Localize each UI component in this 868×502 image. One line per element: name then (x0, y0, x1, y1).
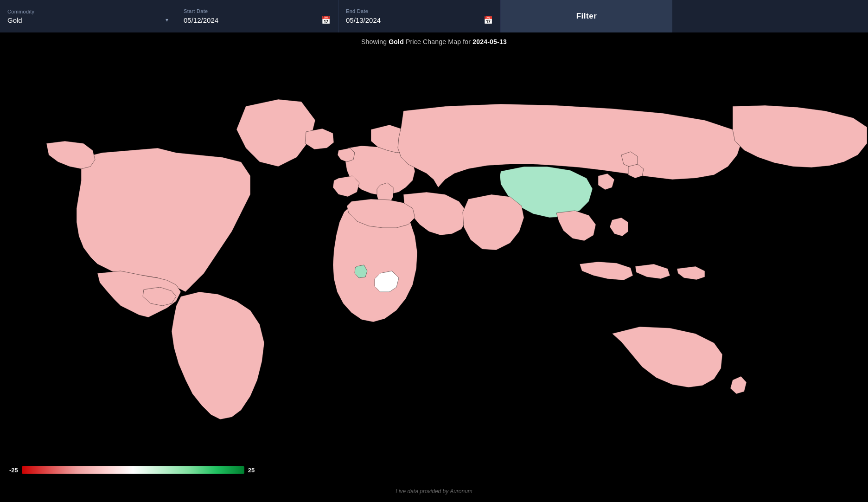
legend-gradient-bar (22, 466, 244, 474)
color-legend: -25 25 (9, 466, 255, 474)
world-map (0, 47, 868, 499)
end-date-calendar-icon[interactable]: 📅 (484, 16, 493, 25)
subtitle-middle: Price Change Map for (404, 38, 472, 45)
commodity-field: Commodity Gold ▾ (0, 0, 176, 32)
legend-min-label: -25 (9, 467, 18, 474)
map-container: -25 25 Live data provided by Auronum (0, 47, 868, 499)
subtitle-prefix: Showing (361, 38, 389, 45)
end-date-value: 05/13/2024 (346, 16, 381, 24)
header-bar: Commodity Gold ▾ Start Date 05/12/2024 📅… (0, 0, 868, 32)
start-date-calendar-icon[interactable]: 📅 (321, 16, 331, 25)
start-date-label: Start Date (184, 8, 331, 14)
commodity-value: Gold (7, 16, 22, 24)
subtitle-commodity: Gold (389, 38, 404, 45)
dropdown-arrow-icon[interactable]: ▾ (166, 17, 168, 23)
legend-max-label: 25 (248, 467, 255, 474)
map-subtitle: Showing Gold Price Change Map for 2024-0… (0, 32, 868, 47)
start-date-value: 05/12/2024 (184, 16, 218, 24)
commodity-label: Commodity (7, 9, 168, 14)
start-date-field: Start Date 05/12/2024 📅 (176, 0, 338, 32)
filter-button[interactable]: Filter (501, 0, 672, 32)
footer-credit: Live data provided by Auronum (0, 488, 868, 495)
end-date-field: End Date 05/13/2024 📅 (338, 0, 501, 32)
subtitle-date: 2024-05-13 (472, 38, 507, 45)
end-date-label: End Date (346, 8, 493, 14)
